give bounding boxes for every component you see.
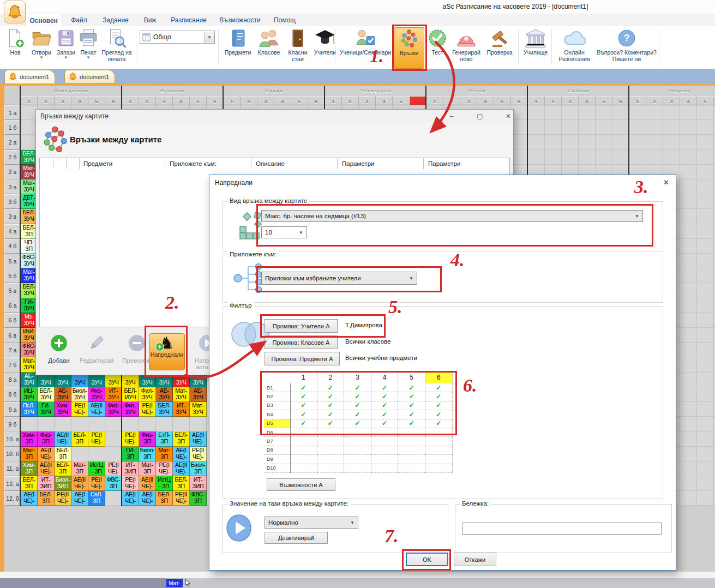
row-label[interactable]: 7 а — [4, 343, 21, 357]
timetable-card[interactable]: РЕ(IЧЕ)- — [122, 431, 139, 446]
row-label[interactable]: 2 б — [4, 150, 21, 165]
row-label[interactable]: 5 б — [4, 268, 21, 283]
apply-to-select[interactable]: Приложи към избраните учители▼ — [261, 272, 417, 285]
questions-button[interactable]: ?Въпроси? Коментари? Пишете ни — [596, 27, 657, 68]
note-input[interactable] — [462, 523, 662, 535]
timetable-card[interactable]: БЕЛ-ЗУЧ — [156, 402, 173, 417]
grid-cell-D8-6[interactable] — [425, 446, 453, 455]
grid-cell-D2-5[interactable]: ✓ — [398, 392, 425, 401]
timetable-card[interactable]: Физ-ЗУЧ — [122, 402, 139, 417]
timetable-card[interactable]: ИТ-ЗИП — [38, 476, 55, 491]
row-label[interactable]: 8 а — [4, 373, 21, 387]
grid-cell-D7-1[interactable] — [290, 437, 317, 446]
timetable-card[interactable]: ЕтП-ЗП — [156, 431, 173, 446]
grid-cell-D4-1[interactable]: ✓ — [290, 410, 317, 419]
column-header-parameters-1[interactable]: Параметри — [338, 158, 424, 169]
row-label[interactable]: 6 а — [4, 298, 21, 313]
timetable-card[interactable]: АЕ(IIЧЕ)- — [190, 431, 207, 446]
timetable-card[interactable]: БЕЛ-ЗУЧ — [38, 387, 55, 402]
row-label[interactable]: 5 а — [4, 254, 21, 268]
grid-cell-D1-5[interactable]: ✓ — [398, 383, 425, 392]
minimize-icon[interactable]: – — [442, 110, 461, 123]
grid-cell-D7-6[interactable] — [425, 437, 453, 446]
document-tab-2[interactable]: document1 — [64, 70, 115, 83]
grid-cell-D8-4[interactable] — [371, 446, 399, 455]
save-button[interactable]: Запази▼ — [55, 27, 77, 68]
timetable-card[interactable]: СвЛ-ЗП — [88, 491, 105, 506]
row-label[interactable]: 6 б — [4, 313, 21, 328]
timetable-card[interactable]: ГИ-ЗП — [122, 447, 139, 461]
grid-cell-D3-4[interactable]: ✓ — [371, 401, 399, 410]
open-button[interactable]: Отвори▼ — [28, 27, 55, 68]
grid-cell-D9-6[interactable] — [425, 455, 453, 464]
row-label[interactable]: 3 в — [4, 209, 21, 224]
timetable-card[interactable]: АЕ(IЧЕ)- — [139, 491, 156, 506]
timetable-card[interactable]: АЕ(IIЧЕ)- — [55, 431, 71, 446]
timetable-card[interactable]: БЕЛ-ЗП — [21, 476, 38, 491]
verification-button[interactable]: Проверка — [483, 27, 516, 68]
grid-cell-D3-5[interactable]: ✓ — [398, 401, 425, 410]
dropdown-arrow-icon[interactable]: ▼ — [64, 56, 68, 60]
grid-cell-D1-1[interactable]: ✓ — [290, 383, 317, 392]
timetable-card[interactable]: Физ-ЗП — [38, 431, 55, 446]
grid-cell-D9-3[interactable] — [344, 455, 371, 464]
grid-cell-D2-6[interactable]: ✓ — [425, 392, 453, 401]
possibilities-button[interactable]: Възможности А — [267, 478, 335, 491]
cancel-button[interactable]: Откажи — [454, 553, 496, 566]
dropdown-arrow-icon[interactable]: ▼ — [86, 56, 91, 60]
grid-cell-D8-3[interactable] — [344, 446, 371, 455]
close-icon[interactable]: ✕ — [663, 178, 669, 187]
column-header-subjects[interactable]: Предмети — [79, 158, 165, 169]
row-label[interactable]: 9 б — [4, 417, 21, 431]
grid-cell-D5-6[interactable]: ✓ — [425, 419, 453, 428]
timetable-card[interactable]: ИстЦ- ЗП — [88, 461, 105, 476]
ribbon-tab-options[interactable]: Възможности — [215, 14, 265, 26]
timetable-card[interactable]: РЕ(IЧЕ)- — [71, 402, 88, 417]
row-label[interactable]: 6 в — [4, 328, 21, 343]
ribbon-tab-view[interactable]: Виж — [137, 14, 163, 26]
timetable-card[interactable]: ИТ-ЗУЧ — [105, 387, 122, 402]
timetable-card[interactable]: БЕЛ-ЗП — [55, 447, 71, 461]
grid-cell-D10-2[interactable] — [317, 464, 345, 473]
timetable-card[interactable]: РЕ(IIЧЕ)- — [190, 447, 207, 461]
generate-new-button[interactable]: Генерирай ново — [449, 27, 483, 68]
grid-cell-D8-1[interactable] — [290, 446, 317, 455]
timetable-card[interactable]: АЕ-ЗУЧ — [190, 387, 207, 402]
grid-cell-D1-6[interactable]: ✓ — [425, 383, 453, 392]
change-subjects-button[interactable]: Промяна: Предмети А — [265, 352, 340, 365]
timetable-card[interactable]: РЕ(IЧЕ)- — [139, 402, 156, 417]
timetable-card[interactable]: БЕЛ-ЗП — [173, 431, 190, 446]
grid-cell-D6-3[interactable] — [344, 428, 371, 437]
timetable-card[interactable]: Физ-ЗУЧ — [105, 402, 122, 417]
change-teachers-button[interactable]: Промяна: Учители А — [265, 319, 338, 333]
row-label[interactable]: 3 а — [4, 179, 21, 194]
grid-cell-D7-4[interactable] — [371, 437, 399, 446]
grid-cell-D8-2[interactable] — [317, 446, 345, 455]
timetable-card[interactable]: РЕ(IЧЕ)- — [156, 461, 173, 476]
grid-cell-D9-4[interactable] — [371, 455, 399, 464]
row-label[interactable]: 12. б — [4, 491, 21, 506]
test-button[interactable]: Тест — [426, 27, 449, 68]
row-label[interactable]: 8 б — [4, 387, 21, 402]
subjects-button[interactable]: Предмети — [222, 27, 254, 68]
grid-cell-D6-1[interactable] — [290, 428, 317, 437]
grid-cell-D8-5[interactable] — [398, 446, 425, 455]
timetable-card[interactable]: Биол-ЗП — [139, 447, 156, 461]
print-preview-button[interactable]: Преглед на печата — [99, 27, 134, 68]
grid-cell-D9-5[interactable] — [398, 455, 425, 464]
links-button[interactable]: Връзки — [394, 27, 424, 69]
edit-button[interactable]: Редактирай — [76, 333, 117, 364]
ribbon-tab-home[interactable]: Основен — [25, 14, 62, 27]
meaning-select[interactable]: Нормално▼ — [265, 517, 358, 529]
grid-cell-D5-4[interactable]: ✓ — [371, 419, 399, 428]
timetable-card[interactable]: АЕ(IЧЕ)- — [122, 491, 139, 506]
timetable-card[interactable]: ФВС-ЗП — [190, 491, 207, 506]
timetable-card[interactable]: АЕ(IIЧЕ)- — [139, 476, 156, 491]
timetable-card[interactable]: БЕЛ-ЗП — [38, 491, 55, 506]
timetable-card[interactable]: АЕ-ЗУЧ — [156, 387, 173, 402]
timetable-card[interactable]: ИТ-ЗИП — [122, 461, 139, 476]
timetable-card[interactable]: Биол-ЗП — [190, 461, 207, 476]
timetable-card[interactable]: РЕ(IЧЕ)- — [122, 476, 139, 491]
timetable-card[interactable]: БЕЛ-ЗП — [156, 491, 173, 506]
row-label[interactable]: 12. а — [4, 476, 21, 491]
